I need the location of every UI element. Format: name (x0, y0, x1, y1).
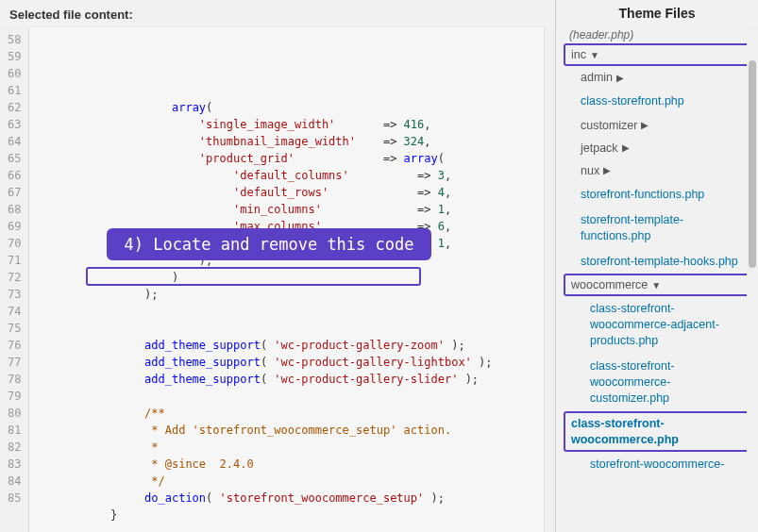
file-item[interactable]: class-storefront-woocommerce.php (564, 411, 754, 453)
scroll-thumb[interactable] (749, 60, 756, 268)
file-item[interactable]: class-storefront.php (564, 89, 754, 114)
folder-customizer[interactable]: customizer▶ (564, 114, 754, 137)
file-item[interactable]: storefront-woocommerce- (564, 452, 754, 477)
code-editor[interactable]: 5859606162636465666768697071727374757677… (0, 27, 555, 532)
file-tree[interactable]: (header.php) 1inc▼admin▶class-storefront… (556, 23, 758, 532)
theme-files-title: Theme Files (556, 0, 758, 23)
file-item[interactable]: storefront-functions.php (564, 182, 754, 208)
folder-jetpack[interactable]: jetpack▶ (564, 137, 754, 159)
file-item[interactable]: storefront-template-functions.php (564, 208, 754, 249)
file-item[interactable]: class-storefront-woocommerce-customizer.… (564, 354, 754, 411)
caret-right-icon: ▶ (616, 73, 624, 83)
tree-subtitle: (header.php) (564, 26, 754, 43)
caret-down-icon: ▼ (590, 50, 599, 60)
folder-inc[interactable]: inc▼ (564, 43, 754, 66)
callout-step4: 4) Locate and remove this code (107, 228, 430, 260)
file-item[interactable]: class-storefront-woocommerce-adjacent-pr… (564, 296, 754, 354)
caret-right-icon: ▶ (641, 120, 649, 130)
left-scrollbar[interactable] (544, 27, 555, 532)
caret-down-icon: ▼ (651, 280, 661, 291)
folder-admin[interactable]: admin▶ (564, 66, 754, 89)
caret-right-icon: ▶ (603, 165, 611, 175)
caret-right-icon: ▶ (622, 142, 630, 153)
folder-nux[interactable]: nux▶ (564, 159, 754, 182)
file-item[interactable]: storefront-template-hooks.php (564, 249, 754, 274)
right-scrollbar[interactable] (747, 26, 758, 532)
folder-woocommerce[interactable]: woocommerce▼ (564, 274, 754, 296)
code-content[interactable]: 4) Locate and remove this code array( 's… (29, 27, 544, 532)
selected-file-label: Selected file content: (0, 0, 555, 27)
line-gutter: 5859606162636465666768697071727374757677… (0, 27, 29, 532)
